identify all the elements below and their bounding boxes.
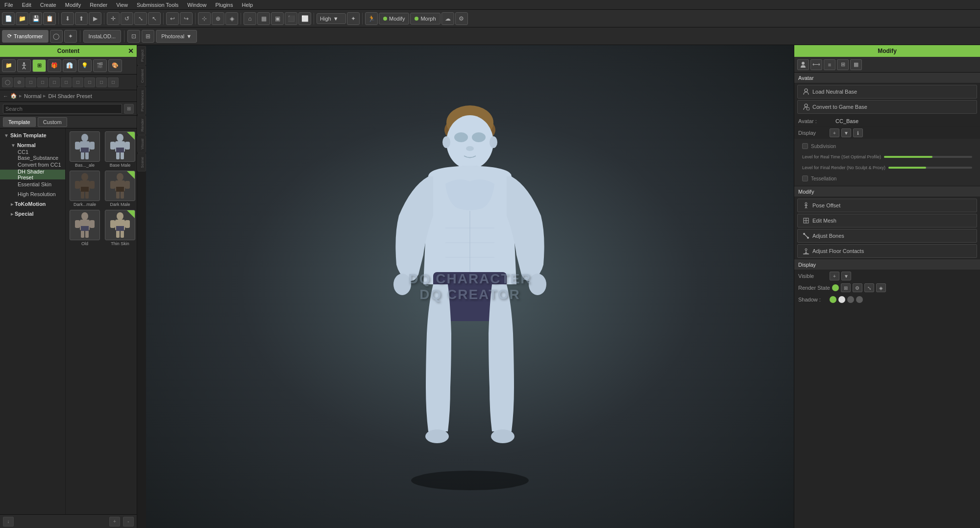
- menu-file[interactable]: File: [3, 2, 15, 8]
- tb2-btn2[interactable]: ✦: [64, 30, 77, 43]
- tree-convert[interactable]: Convert from CC1: [0, 160, 65, 170]
- saveas-button[interactable]: 📋: [43, 12, 56, 25]
- thumb-dark-male[interactable]: Dark...male: [69, 171, 101, 207]
- menu-submission-tools[interactable]: Submission Tools: [135, 2, 180, 8]
- tree-tokomotion[interactable]: ▸ ToKoMotion: [0, 199, 65, 209]
- tree-normal[interactable]: ▼ Normal: [0, 140, 65, 150]
- tb2-small4[interactable]: □: [37, 77, 48, 87]
- transformer-tab[interactable]: ⟳ Transformer: [2, 30, 49, 43]
- undo-button[interactable]: ↩: [166, 12, 179, 25]
- thumb-base-male[interactable]: Base Male: [104, 131, 136, 168]
- bc-normal[interactable]: Normal: [24, 93, 41, 99]
- thumb-dark-male2[interactable]: Dark Male: [104, 171, 136, 207]
- rt-arrows-icon[interactable]: ⟷: [810, 59, 822, 70]
- render-state-btn4[interactable]: ◈: [876, 283, 886, 292]
- load-neutral-btn[interactable]: Load Neutral Base: [797, 85, 977, 99]
- render-state-btn2[interactable]: ⚙: [853, 283, 862, 292]
- box-button[interactable]: ▣: [271, 12, 284, 25]
- move2-button[interactable]: ⊕: [212, 12, 224, 25]
- rt-grid-icon[interactable]: ⊞: [837, 59, 849, 70]
- render-slider-track[interactable]: [888, 167, 972, 169]
- import-button[interactable]: ⬇: [61, 12, 74, 25]
- content-close-button[interactable]: ✕: [128, 47, 134, 55]
- menu-view[interactable]: View: [115, 2, 129, 8]
- bc-back-btn[interactable]: ←: [3, 93, 8, 99]
- star-button[interactable]: ✦: [347, 12, 360, 25]
- tb2-btn3[interactable]: ⊡: [127, 30, 140, 43]
- tb2-small2[interactable]: ⊘: [14, 77, 24, 87]
- filter-btn[interactable]: ⊞: [124, 104, 134, 114]
- menu-edit[interactable]: Edit: [21, 2, 33, 8]
- rotate-button[interactable]: ↺: [121, 12, 133, 25]
- light-icon[interactable]: 💡: [78, 59, 92, 72]
- menu-plugins[interactable]: Plugins: [214, 2, 234, 8]
- subdivision-checkbox[interactable]: [802, 143, 808, 149]
- snap-button[interactable]: ◈: [225, 12, 238, 25]
- vtab-content[interactable]: Content: [137, 66, 146, 86]
- menu-window[interactable]: Window: [186, 2, 208, 8]
- menu-help[interactable]: Help: [240, 2, 254, 8]
- display-plus-btn[interactable]: +: [830, 128, 839, 137]
- convert-game-btn[interactable]: Convert to Game Base: [797, 100, 977, 114]
- rt-person-icon[interactable]: [797, 59, 809, 70]
- transform-button[interactable]: ✛: [107, 12, 120, 25]
- vtab-visual[interactable]: Visual: [137, 135, 146, 153]
- atmosphere-button[interactable]: ☁: [441, 12, 454, 25]
- resolution-dropdown[interactable]: High ▼: [317, 13, 346, 24]
- display-down-btn[interactable]: ▼: [841, 128, 851, 137]
- photoreal-tab[interactable]: Photoreal ▼: [156, 30, 197, 43]
- open-button[interactable]: 📁: [16, 12, 28, 25]
- props-icon[interactable]: 🎁: [48, 59, 61, 72]
- accessory-icon[interactable]: 👔: [63, 59, 76, 72]
- rt-texture-icon[interactable]: ▦: [850, 59, 862, 70]
- new-button[interactable]: 📄: [2, 12, 15, 25]
- visible-down-btn[interactable]: ▼: [841, 272, 851, 280]
- tb2-small5[interactable]: □: [49, 77, 60, 87]
- render-state-btn1[interactable]: ⊞: [841, 283, 851, 292]
- material-icon[interactable]: 🎨: [108, 59, 122, 72]
- vtab-scene[interactable]: Scene: [137, 153, 146, 172]
- pose-offset-btn[interactable]: Pose Offset: [797, 199, 977, 212]
- tree-skin-template[interactable]: ▼ Skin Template: [0, 130, 65, 140]
- tessellation-checkbox[interactable]: [802, 176, 808, 181]
- vtab-project[interactable]: Project: [137, 46, 146, 65]
- tree-essential[interactable]: Essential Skin: [0, 179, 65, 189]
- tree-highres[interactable]: High Resolution: [0, 189, 65, 199]
- view2-button[interactable]: ⬛: [285, 12, 297, 25]
- thumb-base-ale[interactable]: Bas..._ale: [69, 131, 101, 168]
- edit-mesh-btn[interactable]: Edit Mesh: [797, 214, 977, 227]
- tree-cc1base[interactable]: CC1 Base_Substance: [0, 150, 65, 160]
- render-button[interactable]: ▶: [89, 12, 101, 25]
- export-button[interactable]: ⬆: [75, 12, 88, 25]
- home-button[interactable]: ⌂: [244, 12, 256, 25]
- tb2-small9[interactable]: □: [96, 77, 107, 87]
- folder-icon[interactable]: 📁: [2, 59, 16, 72]
- grid-button[interactable]: ▦: [257, 12, 270, 25]
- thumb-old[interactable]: Old: [69, 210, 101, 246]
- tree-special[interactable]: ▸ Special: [0, 209, 65, 219]
- scene-icon[interactable]: 🎬: [93, 59, 107, 72]
- template-tab[interactable]: Template: [3, 117, 36, 127]
- custom-tab[interactable]: Custom: [38, 117, 67, 127]
- bottom-add-btn[interactable]: +: [109, 517, 120, 527]
- tree-dh-shader[interactable]: DH Shader Preset: [0, 170, 65, 179]
- modify-button[interactable]: Modify: [379, 13, 409, 25]
- tb2-small8[interactable]: □: [84, 77, 95, 87]
- vtab-render[interactable]: Render: [137, 115, 146, 135]
- realtime-slider-track[interactable]: [884, 156, 972, 158]
- render-state-btn3[interactable]: ⤡: [864, 283, 874, 292]
- move-button[interactable]: ⊹: [198, 12, 211, 25]
- save-button[interactable]: 💾: [29, 12, 42, 25]
- instalod-tab[interactable]: InstaLOD...: [83, 30, 122, 43]
- menu-render[interactable]: Render: [88, 2, 109, 8]
- setting2-button[interactable]: ⚙: [455, 12, 468, 25]
- tb2-small6[interactable]: □: [61, 77, 72, 87]
- bottom-minus-btn[interactable]: -: [123, 517, 134, 527]
- menu-create[interactable]: Create: [39, 2, 58, 8]
- tb2-btn1[interactable]: ◯: [50, 30, 63, 43]
- bc-home-btn[interactable]: 🏠: [10, 93, 17, 99]
- tb2-small10[interactable]: □: [108, 77, 119, 87]
- thumb-thin-skin[interactable]: Thin Skin: [104, 210, 136, 246]
- scale-button[interactable]: ⤡: [134, 12, 147, 25]
- tb2-small1[interactable]: ◯: [2, 77, 13, 87]
